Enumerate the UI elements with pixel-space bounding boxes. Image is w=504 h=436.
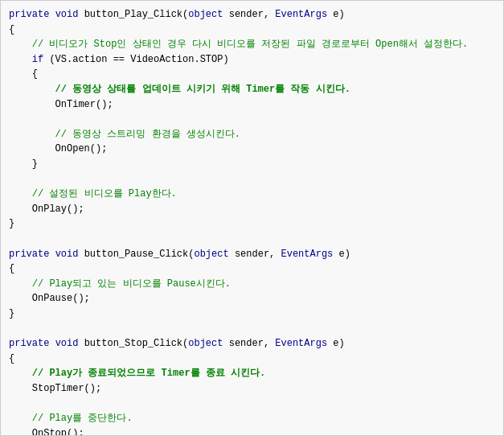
code-editor: private void button_Play_Click(object se… [0, 0, 504, 436]
code-content: private void button_Play_Click(object se… [9, 7, 495, 436]
